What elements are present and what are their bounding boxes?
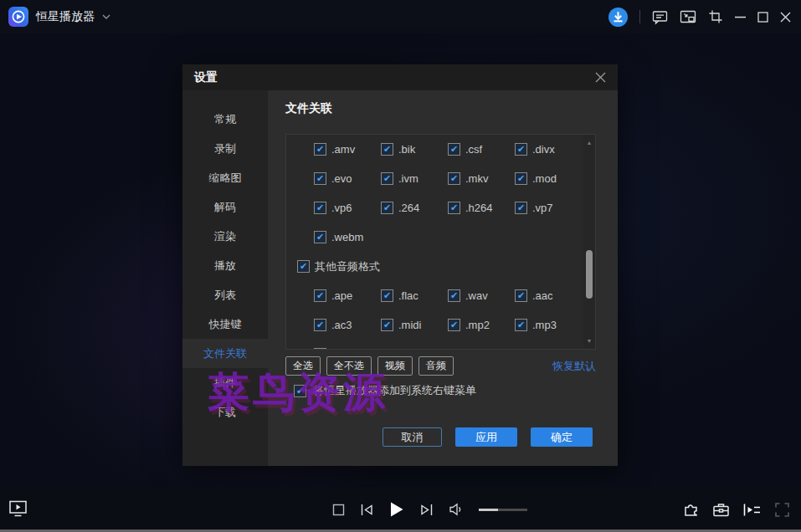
extension-row: ✔.ac3✔.midi✔.mp2✔.mp3 [286,310,595,340]
extension-checkbox-item[interactable]: ✔.h264 [448,202,515,214]
play-icon[interactable] [389,501,404,518]
checkbox-checked-icon: ✔ [448,143,460,156]
sidebar-item[interactable]: 播放 [182,251,268,280]
mini-window-icon[interactable] [680,9,696,24]
extensions-panel: ✔.amv✔.bik✔.csf✔.divx✔.evo✔.ivm✔.mkv✔.mo… [285,134,596,350]
extension-checkbox-item[interactable]: ✔.vp6 [314,202,381,214]
extension-label: .flac [398,289,418,302]
extension-row: ✔.ape✔.flac✔.wav✔.aac [286,281,595,310]
extension-checkbox-item[interactable]: ✔.ivm [381,172,448,185]
page-title: 文件关联 [285,101,332,116]
previous-icon[interactable] [359,503,375,517]
scroll-up-icon[interactable]: ▲ [583,140,595,146]
extension-label: .ac3 [331,319,352,331]
checkbox-checked-icon: ✔ [448,172,460,185]
extension-checkbox-item[interactable]: ✔.264 [381,202,448,214]
extension-checkbox-item[interactable]: ✔.evo [314,172,381,185]
volume-slider[interactable] [479,509,527,511]
extension-label: .midi [398,319,421,331]
sidebar-item[interactable]: 下载 [182,397,268,427]
context-menu-label: 将恒星播放器添加到系统右键菜单 [313,383,476,398]
extension-checkbox-item[interactable]: ✔ [314,348,381,350]
extension-checkbox-item[interactable]: ✔.divx [515,143,582,156]
scroll-down-icon[interactable]: ▼ [583,338,595,344]
extension-label: .csf [465,143,482,156]
stop-icon[interactable] [332,504,345,516]
extension-checkbox-item[interactable]: ✔.ape [314,289,381,302]
checkbox-checked-icon: ✔ [448,289,460,302]
close-icon[interactable] [780,12,791,23]
context-menu-checkbox-row[interactable]: ✔ 将恒星播放器添加到系统右键菜单 [294,383,476,398]
sidebar-item[interactable]: 渲染 [182,222,268,251]
next-icon[interactable] [418,503,434,517]
plugin-icon[interactable] [682,501,700,519]
extension-checkbox-item[interactable]: ✔.flac [381,289,448,302]
download-icon[interactable] [608,8,628,27]
checkbox-checked-icon: ✔ [515,143,527,156]
extension-checkbox-item[interactable]: ✔.webm [314,231,381,243]
sidebar-item[interactable]: 文件关联 [182,339,268,368]
fullscreen-icon[interactable] [774,502,790,518]
extension-label: .wav [465,289,488,302]
crop-icon[interactable] [708,9,723,24]
titlebar-divider [639,10,640,23]
checkbox-checked-icon: ✔ [381,319,393,331]
extension-checkbox-item[interactable]: ✔.aac [515,289,582,302]
app-title[interactable]: 恒星播放器 [36,9,95,24]
filter-button[interactable]: 音频 [418,356,454,376]
checkbox-checked-icon: ✔ [515,172,527,185]
dialog-close-icon[interactable] [595,72,606,83]
filter-button[interactable]: 视频 [377,356,413,376]
extension-checkbox-item[interactable]: ✔.vp7 [515,202,582,214]
settings-dialog: 设置 常规录制缩略图解码渲染播放列表快捷键文件关联插件下载 文件关联 ✔.amv… [182,64,618,466]
toolbox-icon[interactable] [712,502,730,518]
maximize-icon[interactable] [757,12,768,23]
restore-default-link[interactable]: 恢复默认 [552,359,596,374]
extension-checkbox-item[interactable]: ✔.csf [448,143,515,156]
dialog-title: 设置 [194,70,218,85]
checkbox-checked-icon: ✔ [314,143,326,156]
extension-row: ✔.amv✔.bik✔.csf✔.divx [286,135,595,164]
sidebar-item[interactable]: 列表 [182,280,268,309]
extension-checkbox-item[interactable]: ✔.mkv [448,172,515,185]
extension-checkbox-item[interactable]: ✔.mp2 [448,319,515,331]
extension-checkbox-item[interactable]: ✔.mod [515,172,582,185]
extension-checkbox-item[interactable]: ✔.mp3 [515,319,582,331]
checkbox-checked-icon: ✔ [381,289,393,302]
chevron-down-icon[interactable] [102,14,110,19]
message-icon[interactable] [652,9,668,25]
checkbox-checked-icon: ✔ [314,202,326,214]
sidebar-item[interactable]: 常规 [182,105,268,134]
dialog-header: 设置 [182,64,618,90]
sidebar-item[interactable]: 解码 [182,192,268,222]
audio-group-checkbox-item[interactable]: ✔其他音频格式 [297,259,380,274]
extension-label: .bik [398,143,415,156]
sidebar-item[interactable]: 录制 [182,134,268,163]
scrollbar[interactable]: ▲ ▼ [583,135,595,349]
extension-checkbox-item[interactable]: ✔.bik [381,143,448,156]
extension-checkbox-item[interactable]: ✔.amv [314,143,381,156]
extension-checkbox-item[interactable]: ✔.midi [381,319,448,331]
extensions-panel-rows: ✔.amv✔.bik✔.csf✔.divx✔.evo✔.ivm✔.mkv✔.mo… [286,135,595,350]
minimize-icon[interactable] [735,16,746,18]
video-screen-icon[interactable] [8,499,28,519]
settings-sidebar: 常规录制缩略图解码渲染播放列表快捷键文件关联插件下载 [182,90,268,466]
apply-button[interactable]: 应用 [455,427,517,447]
scrollbar-thumb[interactable] [586,250,593,299]
extension-label: .webm [331,231,363,243]
checkbox-checked-icon: ✔ [515,202,527,214]
sidebar-item[interactable]: 快捷键 [182,309,268,339]
extension-label: .mp2 [465,319,490,331]
checkbox-checked-icon: ✔ [515,319,527,331]
sidebar-item[interactable]: 缩略图 [182,163,268,192]
checkbox-checked-icon: ✔ [381,143,393,156]
volume-icon[interactable] [449,503,465,516]
sidebar-item[interactable]: 插件 [182,368,268,397]
ok-button[interactable]: 确定 [531,427,593,447]
filter-button[interactable]: 全选 [285,356,321,376]
extension-checkbox-item[interactable]: ✔.wav [448,289,515,302]
playlist-icon[interactable] [742,502,762,518]
filter-button[interactable]: 全不选 [326,356,372,376]
extension-checkbox-item[interactable]: ✔.ac3 [314,319,381,331]
cancel-button[interactable]: 取消 [383,427,442,447]
